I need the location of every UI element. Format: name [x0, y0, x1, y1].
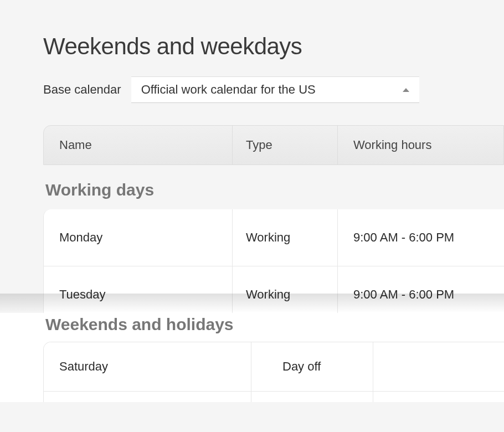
base-calendar-row: Base calendar Official work calendar for… — [43, 76, 504, 103]
chevron-up-icon — [403, 88, 409, 92]
cell-name: Monday — [44, 209, 232, 266]
weekends-section-wrap: Weekends and holidays Saturday Day off — [0, 313, 504, 402]
table-row[interactable]: Saturday Day off — [44, 342, 504, 391]
table-row[interactable] — [44, 391, 504, 402]
cell-name: Saturday — [44, 342, 251, 391]
base-calendar-select[interactable]: Official work calendar for the US — [131, 76, 419, 103]
section-title-working-days: Working days — [45, 181, 504, 199]
column-header-type[interactable]: Type — [232, 126, 337, 164]
cell-type: Working — [232, 209, 337, 266]
cell-type — [251, 392, 373, 402]
table-row[interactable]: Monday Working 9:00 AM - 6:00 PM — [44, 209, 504, 266]
calendar-table: Name Type Working hours Working days Mon… — [43, 125, 504, 322]
working-days-grid: Monday Working 9:00 AM - 6:00 PM Tuesday… — [43, 209, 504, 322]
page-title: Weekends and weekdays — [43, 33, 504, 60]
base-calendar-label: Base calendar — [43, 83, 121, 97]
cell-hours: 9:00 AM - 6:00 PM — [337, 209, 504, 266]
section-title-weekends: Weekends and holidays — [45, 315, 504, 334]
cell-hours — [373, 392, 504, 402]
column-header-name[interactable]: Name — [44, 138, 232, 152]
cell-name — [44, 392, 251, 402]
weekends-grid: Saturday Day off — [43, 342, 504, 402]
cell-hours — [373, 342, 504, 391]
column-header-hours[interactable]: Working hours — [337, 126, 503, 164]
cell-type: Day off — [251, 342, 373, 391]
base-calendar-selected-value: Official work calendar for the US — [141, 83, 316, 97]
table-header: Name Type Working hours — [43, 125, 504, 165]
